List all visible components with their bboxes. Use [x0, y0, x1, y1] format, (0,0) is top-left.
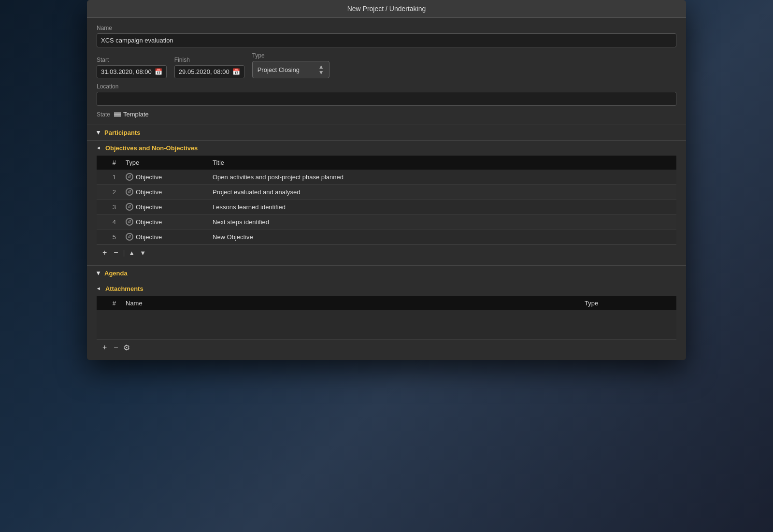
template-text: Template: [123, 111, 149, 118]
row-type: ↺ Objective: [121, 200, 208, 215]
name-input[interactable]: [97, 33, 676, 47]
row-title: Open activities and post-project phase p…: [208, 170, 676, 185]
window-title: New Project / Undertaking: [347, 5, 426, 13]
move-up-button[interactable]: ▲: [128, 248, 136, 258]
objective-icon: ↺: [126, 203, 133, 211]
agenda-arrow-icon: [96, 272, 101, 275]
participants-section-title: Participants: [104, 129, 140, 136]
start-date-value: 31.03.2020, 08:00: [101, 68, 152, 75]
main-window: New Project / Undertaking Name Start 31.…: [87, 0, 686, 360]
row-num: 1: [97, 170, 121, 185]
row-type: ↺ Objective: [121, 170, 208, 185]
finish-label: Finish: [174, 57, 244, 63]
attachments-toolbar: + − ⚙: [97, 339, 676, 355]
date-type-row: Start 31.03.2020, 08:00 📅 Finish 29.05.2…: [97, 52, 676, 78]
attachments-section-content: # Name Type + − ⚙: [87, 296, 686, 360]
location-input[interactable]: [97, 92, 676, 106]
attachments-section-header[interactable]: Attachments: [87, 281, 686, 296]
row-type: ↺ Objective: [121, 185, 208, 200]
type-label: Type: [252, 52, 329, 59]
finish-date-input[interactable]: 29.05.2020, 08:00 📅: [174, 65, 244, 78]
attachments-empty-cell: [97, 310, 676, 339]
att-col-num: #: [97, 296, 121, 310]
start-date-input[interactable]: 31.03.2020, 08:00 📅: [97, 65, 167, 78]
objectives-table-header-row: # Type Title: [97, 156, 676, 170]
start-label: Start: [97, 57, 167, 63]
start-calendar-icon[interactable]: 📅: [155, 68, 162, 75]
row-type: ↺ Objective: [121, 215, 208, 230]
objectives-section-content: # Type Title 1 ↺ Objective Open activiti…: [87, 156, 686, 265]
objectives-table: # Type Title 1 ↺ Objective Open activiti…: [97, 156, 676, 244]
template-badge: Template: [114, 111, 149, 118]
row-num: 2: [97, 185, 121, 200]
state-row: State Template: [97, 111, 676, 118]
attachments-arrow-icon: [96, 287, 101, 291]
objectives-section-header[interactable]: Objectives and Non-Objectives: [87, 140, 686, 156]
objectives-toolbar: + − | ▲ ▼: [97, 244, 676, 260]
location-field: Location: [97, 83, 676, 106]
table-row[interactable]: 5 ↺ Objective New Objective: [97, 230, 676, 244]
settings-button[interactable]: ⚙: [123, 343, 130, 352]
row-title: Lessons learned identified: [208, 200, 676, 215]
remove-objective-button[interactable]: −: [112, 248, 120, 258]
agenda-section-title: Agenda: [104, 270, 128, 277]
row-title: Project evaluated and analysed: [208, 185, 676, 200]
attachments-empty-row: [97, 310, 676, 339]
row-type: ↺ Objective: [121, 230, 208, 244]
row-title: Next steps identified: [208, 215, 676, 230]
table-row[interactable]: 4 ↺ Objective Next steps identified: [97, 215, 676, 230]
objective-icon: ↺: [126, 173, 133, 181]
add-objective-button[interactable]: +: [100, 248, 109, 258]
finish-calendar-icon[interactable]: 📅: [232, 68, 240, 75]
state-label: State: [97, 111, 110, 118]
col-header-type: Type: [121, 156, 208, 170]
type-text: Objective: [136, 218, 162, 226]
attachments-header-row: # Name Type: [97, 296, 676, 310]
table-row[interactable]: 3 ↺ Objective Lessons learned identified: [97, 200, 676, 215]
row-num: 4: [97, 215, 121, 230]
objective-icon: ↺: [126, 218, 133, 226]
participants-section-header[interactable]: Participants: [87, 125, 686, 140]
row-title: New Objective: [208, 230, 676, 244]
type-text: Objective: [136, 233, 162, 241]
type-chevrons-icon: ▲▼: [318, 64, 324, 75]
form-area: Name Start 31.03.2020, 08:00 📅 Finish 29…: [87, 18, 686, 125]
objectives-section-title: Objectives and Non-Objectives: [105, 144, 198, 152]
objectives-arrow-icon: [96, 146, 101, 151]
title-bar: New Project / Undertaking: [87, 0, 686, 18]
table-row[interactable]: 1 ↺ Objective Open activities and post-p…: [97, 170, 676, 185]
add-attachment-button[interactable]: +: [100, 343, 109, 352]
col-header-title: Title: [208, 156, 676, 170]
objective-icon: ↺: [126, 188, 133, 196]
objective-icon: ↺: [126, 233, 133, 241]
participants-arrow-icon: [96, 131, 101, 135]
agenda-section-header[interactable]: Agenda: [87, 265, 686, 281]
att-col-type: Type: [580, 296, 676, 310]
col-header-num: #: [97, 156, 121, 170]
start-field-group: Start 31.03.2020, 08:00 📅: [97, 57, 167, 78]
toolbar-divider: |: [123, 249, 125, 257]
name-label: Name: [97, 25, 676, 31]
finish-field-group: Finish 29.05.2020, 08:00 📅: [174, 57, 244, 78]
table-row[interactable]: 2 ↺ Objective Project evaluated and anal…: [97, 185, 676, 200]
row-num: 3: [97, 200, 121, 215]
row-num: 5: [97, 230, 121, 244]
remove-attachment-button[interactable]: −: [112, 343, 120, 352]
type-text: Objective: [136, 173, 162, 181]
attachments-table: # Name Type: [97, 296, 676, 339]
type-text: Objective: [136, 203, 162, 211]
type-value: Project Closing: [258, 66, 315, 73]
location-label: Location: [97, 83, 676, 90]
type-text: Objective: [136, 188, 162, 196]
move-down-button[interactable]: ▼: [139, 248, 147, 258]
type-field-group: Type Project Closing ▲▼: [252, 52, 329, 78]
finish-date-value: 29.05.2020, 08:00: [179, 68, 229, 75]
att-col-name: Name: [121, 296, 580, 310]
template-icon: [114, 112, 121, 117]
attachments-section-title: Attachments: [105, 285, 143, 292]
type-select[interactable]: Project Closing ▲▼: [252, 61, 329, 78]
